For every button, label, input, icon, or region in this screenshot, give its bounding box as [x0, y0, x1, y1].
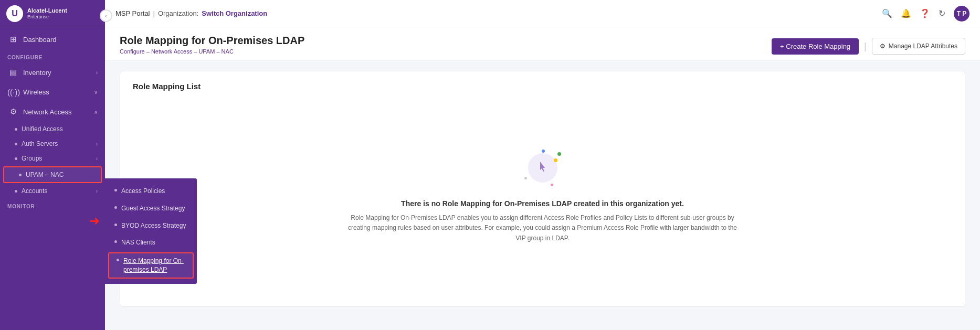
topbar-right: 🔍 🔔 ❓ ↻ T P	[882, 6, 970, 22]
inventory-icon: ▤	[7, 68, 19, 77]
sidebar-item-upam-nac[interactable]: UPAM – NAC	[3, 166, 102, 183]
monitor-section-label: MONITOR	[0, 198, 105, 211]
submenu-guest-access[interactable]: Guest Access Strategy	[105, 200, 197, 217]
sidebar-collapse-button[interactable]: ‹	[100, 9, 112, 22]
bell-icon[interactable]: 🔔	[901, 8, 911, 18]
accounts-arrow: ›	[96, 188, 98, 194]
msp-portal-link[interactable]: MSP Portal	[115, 9, 150, 17]
main-area: MSP Portal | Organization: Switch Organi…	[105, 0, 980, 330]
sidebar: U Alcatel-Lucent Enterprise ‹ ⊞ Dashboar…	[0, 0, 105, 330]
empty-state-title: There is no Role Mapping for On-Premises…	[401, 199, 684, 208]
topbar-left: MSP Portal | Organization: Switch Organi…	[115, 9, 267, 17]
role-mapping-card: Role Mapping List There is no	[120, 71, 965, 307]
logo-icon: U	[6, 5, 23, 22]
topbar-sep: |	[153, 9, 155, 17]
red-arrow-indicator: ➜	[89, 214, 100, 228]
topbar: MSP Portal | Organization: Switch Organi…	[105, 0, 980, 27]
sidebar-nav: ⊞ Dashboard CONFIGURE ▤ Inventory › ((·)…	[0, 27, 105, 330]
manage-ldap-button[interactable]: ⚙ Manage LDAP Attributes	[872, 38, 965, 55]
submenu-nas-clients[interactable]: NAS Clients	[105, 234, 197, 251]
deco-dot-pink	[551, 184, 553, 186]
groups-dot	[15, 157, 17, 160]
sidebar-item-dashboard[interactable]: ⊞ Dashboard	[0, 29, 105, 49]
sidebar-item-groups[interactable]: Groups ›	[0, 151, 105, 166]
configure-section-label: CONFIGURE	[0, 49, 105, 62]
main-content: Role Mapping List There is no	[105, 60, 980, 330]
org-label: Organization:	[158, 9, 198, 17]
empty-state-description: Role Mapping for On-Premises LDAP enable…	[343, 213, 742, 243]
logo-text: Alcatel-Lucent Enterprise	[27, 7, 67, 20]
nas-clients-dot	[114, 240, 117, 243]
page-header-right: + Create Role Mapping | ⚙ Manage LDAP At…	[772, 38, 965, 55]
search-icon[interactable]: 🔍	[882, 8, 892, 18]
deco-dot-yellow	[554, 158, 557, 162]
page-title: Role Mapping for On-Premises LDAP	[120, 35, 304, 47]
accounts-dot	[15, 190, 17, 193]
sidebar-item-auth-servers[interactable]: Auth Servers ›	[0, 136, 105, 151]
switch-org-link[interactable]: Switch Organization	[202, 9, 267, 17]
deco-dot-green	[557, 152, 561, 156]
byod-access-dot	[114, 223, 117, 226]
sidebar-item-network-access[interactable]: ⚙ Network Access ∧	[0, 102, 105, 122]
unified-access-dot	[15, 128, 17, 131]
groups-arrow: ›	[96, 156, 98, 162]
button-divider: |	[864, 41, 867, 52]
sidebar-logo: U Alcatel-Lucent Enterprise	[0, 0, 105, 27]
guest-access-dot	[114, 206, 117, 209]
network-access-icon: ⚙	[7, 107, 19, 116]
wireless-icon: ((·))	[7, 88, 19, 97]
submenu-role-mapping-ldap[interactable]: Role Mapping for On-premises LDAP	[108, 252, 194, 279]
page-header: Role Mapping for On-Premises LDAP Config…	[105, 27, 980, 60]
wireless-arrow: ∨	[94, 89, 98, 95]
deco-dot-blue	[542, 150, 545, 153]
upam-nac-dot	[19, 174, 22, 176]
empty-state: There is no Role Mapping for On-Premises…	[133, 103, 952, 287]
upam-nac-submenu: Access Policies Guest Access Strategy BY…	[105, 178, 197, 284]
sidebar-item-accounts[interactable]: Accounts ›	[0, 184, 105, 198]
create-role-mapping-button[interactable]: + Create Role Mapping	[772, 38, 859, 55]
submenu-byod-access[interactable]: BYOD Access Strategy	[105, 217, 197, 235]
sidebar-item-inventory[interactable]: ▤ Inventory ›	[0, 62, 105, 82]
network-access-arrow: ∧	[94, 109, 98, 115]
auth-servers-arrow: ›	[96, 141, 98, 147]
refresh-icon[interactable]: ↻	[939, 8, 945, 18]
breadcrumb: Configure – Network Access – UPAM – NAC	[120, 48, 304, 55]
page-header-left: Role Mapping for On-Premises LDAP Config…	[120, 35, 304, 55]
role-mapping-dot	[117, 259, 119, 261]
empty-illustration	[522, 147, 564, 189]
user-avatar[interactable]: T P	[954, 6, 970, 22]
help-icon[interactable]: ❓	[920, 8, 930, 18]
auth-servers-dot	[15, 143, 17, 145]
submenu-access-policies[interactable]: Access Policies	[105, 183, 197, 200]
sidebar-item-unified-access[interactable]: Unified Access	[0, 122, 105, 136]
gear-icon: ⚙	[880, 42, 886, 50]
inventory-arrow: ›	[96, 70, 98, 76]
card-title: Role Mapping List	[133, 82, 952, 91]
sidebar-item-wireless[interactable]: ((·)) Wireless ∨	[0, 82, 105, 102]
access-policies-dot	[114, 189, 117, 191]
deco-dot-gray	[524, 177, 527, 179]
dashboard-icon: ⊞	[7, 35, 19, 44]
